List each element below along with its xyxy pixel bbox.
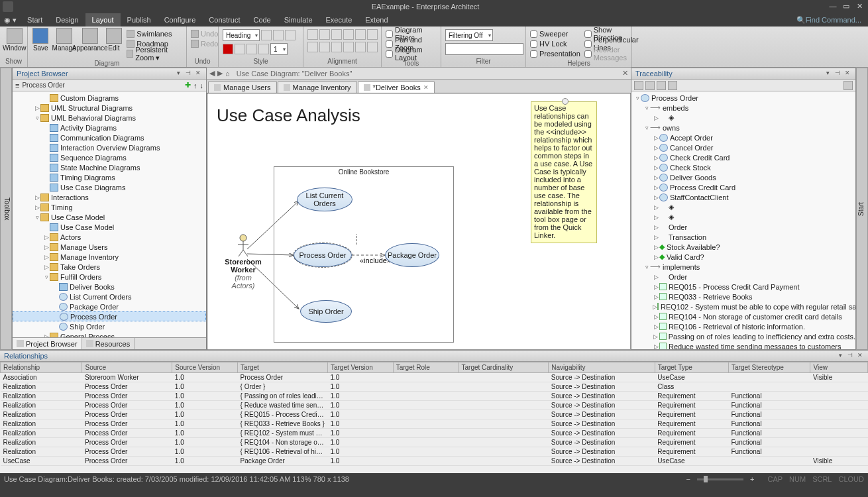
doc-home-icon[interactable]: ⌂: [225, 70, 230, 78]
tree-item[interactable]: Sequence Diagrams: [13, 152, 206, 162]
tree-item[interactable]: Deliver Books: [13, 282, 206, 292]
trace-btn-3[interactable]: [657, 81, 666, 90]
table-row[interactable]: RealizationProcess Order1.0{ REQ104 - No…: [1, 438, 868, 447]
tree-item[interactable]: ▷UML Structural Diagrams: [13, 103, 206, 113]
tree-item[interactable]: ▿Fulfill Orders: [13, 272, 206, 282]
tab-resources[interactable]: Resources: [82, 338, 135, 349]
tree-item[interactable]: ▿Use Case Model: [13, 212, 206, 222]
app-menu[interactable]: ◉ ▾: [0, 13, 21, 27]
start-tab[interactable]: Start: [856, 68, 868, 350]
trace-item[interactable]: ▷◆Stock Available?: [631, 242, 855, 252]
tab-close-icon[interactable]: ✕: [423, 84, 429, 91]
sweeper-check[interactable]: Sweeper: [530, 29, 580, 38]
trace-item[interactable]: ▷Check Stock: [631, 162, 855, 172]
zoom-slider[interactable]: [697, 478, 743, 480]
doc-close-icon[interactable]: ✕: [622, 69, 628, 78]
app-icon[interactable]: [3, 1, 13, 12]
menu-execute[interactable]: Execute: [319, 13, 359, 27]
trace-close-icon[interactable]: ✕: [843, 70, 851, 78]
tree-item[interactable]: Process Order: [13, 311, 206, 321]
tree-item[interactable]: Use Case Model: [13, 222, 206, 232]
style-btn-2[interactable]: [273, 30, 284, 40]
trace-item[interactable]: ▿⟶owns: [631, 123, 855, 133]
trace-item[interactable]: ▷REQ015 - Process Credit Card Payment: [631, 282, 855, 292]
filter-input[interactable]: [445, 43, 523, 55]
minimize-button[interactable]: —: [827, 2, 839, 11]
align-4[interactable]: [343, 29, 354, 40]
menu-construct[interactable]: Construct: [202, 13, 246, 27]
style-btn-1[interactable]: [261, 30, 272, 40]
hvlock-check[interactable]: HV Lock: [530, 39, 580, 48]
trace-item[interactable]: ▷◈: [631, 202, 855, 212]
line-color[interactable]: [246, 44, 257, 54]
trace-btn-1[interactable]: [634, 81, 643, 90]
rel-dropdown-icon[interactable]: ▾: [836, 352, 844, 360]
trace-item[interactable]: ▿Process Order: [631, 93, 855, 103]
tree-item[interactable]: Timing Diagrams: [13, 172, 206, 182]
undo-button[interactable]: Undo: [191, 29, 218, 38]
line-width[interactable]: 1: [270, 43, 288, 55]
tab-project-browser[interactable]: Project Browser: [13, 338, 82, 349]
save-button[interactable]: Save: [30, 28, 51, 52]
reorder-check[interactable]: Reorder Messages: [584, 49, 639, 58]
pb-breadcrumb[interactable]: Process Order: [22, 82, 64, 89]
trace-item[interactable]: ▷StaffContactClient: [631, 192, 855, 202]
project-tree[interactable]: Custom Diagrams▷UML Structural Diagrams▿…: [13, 91, 206, 337]
diagram-layout-check[interactable]: Diagram Layout: [386, 49, 437, 58]
table-row[interactable]: RealizationProcess Order1.0{ Reduce wast…: [1, 401, 868, 410]
tree-item[interactable]: ▷Actors: [13, 232, 206, 242]
relationships-grid[interactable]: RelationshipSourceSource VersionTargetTa…: [0, 362, 868, 473]
column-header[interactable]: Target Cardinality: [459, 362, 549, 373]
column-header[interactable]: Source Version: [172, 362, 238, 373]
tree-item[interactable]: State Machine Diagrams: [13, 162, 206, 172]
maximize-button[interactable]: ▭: [840, 2, 852, 11]
pb-up-icon[interactable]: ↑: [193, 82, 197, 89]
table-row[interactable]: UseCaseProcess Order1.0Package Order1.0S…: [1, 457, 868, 466]
column-header[interactable]: Target: [238, 362, 328, 373]
align-9[interactable]: [331, 42, 342, 52]
tree-item[interactable]: ▷Manage Inventory: [13, 252, 206, 262]
trace-item[interactable]: ▷Deliver Goods: [631, 172, 855, 182]
window-button[interactable]: Window: [3, 28, 27, 52]
find-command[interactable]: 🔍 Find Command...: [790, 13, 868, 27]
table-row[interactable]: RealizationProcess Order1.0{ REQ015 - Pr…: [1, 410, 868, 419]
line-style[interactable]: [258, 44, 269, 54]
trace-pin-icon[interactable]: ⊣: [834, 70, 841, 78]
menu-extend[interactable]: Extend: [358, 13, 394, 27]
menu-design[interactable]: Design: [49, 13, 85, 27]
align-5[interactable]: [355, 29, 366, 40]
tree-item[interactable]: ▷Take Orders: [13, 262, 206, 272]
actor-storeroom-worker[interactable]: Storeroom Worker (from Actors): [223, 234, 263, 290]
trace-btn-4[interactable]: [668, 81, 677, 90]
uc-process-order[interactable]: Process Order: [294, 243, 352, 267]
trace-item[interactable]: ▷Process Credit Card: [631, 182, 855, 192]
trace-item[interactable]: ▷Order: [631, 272, 855, 282]
rel-pin-icon[interactable]: ⊣: [846, 352, 854, 360]
trace-dropdown-icon[interactable]: ▾: [824, 70, 832, 78]
column-header[interactable]: View: [810, 362, 868, 373]
menu-configure[interactable]: Configure: [158, 13, 203, 27]
trace-item[interactable]: ▷Transaction: [631, 232, 855, 242]
tree-item[interactable]: Communication Diagrams: [13, 133, 206, 142]
trace-item[interactable]: ▷REQ104 - Non storage of customer credit…: [631, 311, 855, 321]
trace-item[interactable]: ▷◈: [631, 113, 855, 123]
tree-item[interactable]: List Current Orders: [13, 292, 206, 302]
tree-item[interactable]: Interaction Overview Diagrams: [13, 142, 206, 152]
trace-item[interactable]: ▷Accept Order: [631, 133, 855, 142]
trace-item[interactable]: ▷REQ102 - System must be able to cope wi…: [631, 302, 855, 311]
pb-close-icon[interactable]: ✕: [194, 70, 202, 78]
hamburger-icon[interactable]: ≡: [15, 82, 19, 89]
table-row[interactable]: RealizationProcess Order1.0{ REQ102 - Sy…: [1, 429, 868, 438]
align-11[interactable]: [355, 42, 366, 52]
tree-item[interactable]: Activity Diagrams: [13, 123, 206, 133]
appearance-button[interactable]: Appearance: [78, 28, 103, 52]
filter-combo[interactable]: Filtering Off: [445, 29, 493, 41]
zoom-button[interactable]: Persistent Zoom ▾: [127, 49, 182, 58]
trace-item[interactable]: ▷REQ033 - Retrieve Books: [631, 292, 855, 302]
align-2[interactable]: [319, 29, 330, 40]
table-row[interactable]: RealizationProcess Order1.0{ Passing on …: [1, 392, 868, 401]
swimlanes-button[interactable]: Swimlanes: [127, 29, 182, 38]
doc-nav-back[interactable]: ◀: [209, 69, 215, 78]
doc-nav-fwd[interactable]: ▶: [217, 69, 223, 78]
diagram-canvas[interactable]: Use Case Analysis Use Case relationships…: [207, 93, 631, 350]
